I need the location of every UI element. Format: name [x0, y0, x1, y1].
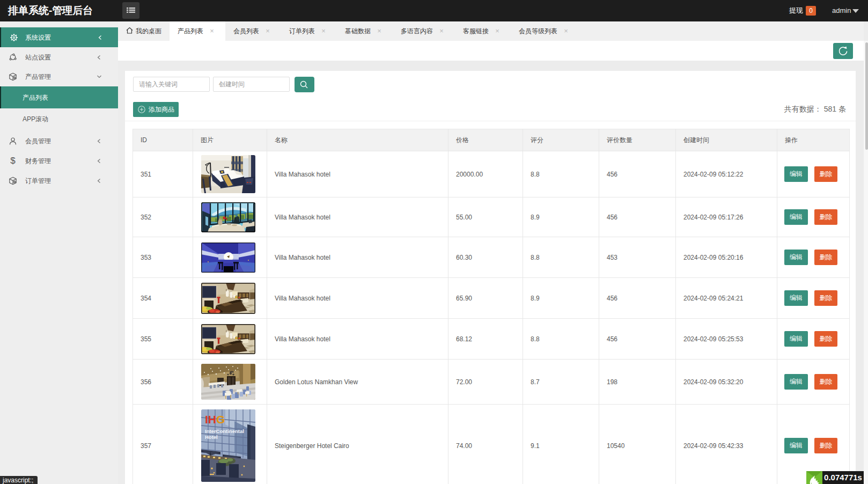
svg-text:Hotel: Hotel	[205, 434, 218, 440]
svg-text:IHG: IHG	[205, 413, 225, 426]
svg-text:InterContinental: InterContinental	[205, 428, 244, 434]
